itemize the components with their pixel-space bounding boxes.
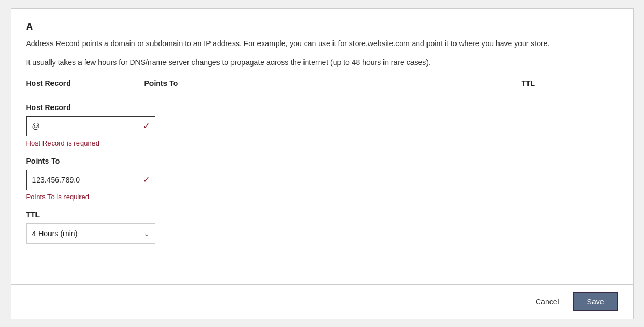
points-to-error: Points To is required (26, 193, 618, 201)
form-section: Host Record ✓ Host Record is required Po… (26, 92, 618, 259)
host-record-input[interactable] (26, 116, 155, 136)
host-record-label: Host Record (26, 103, 618, 112)
dialog-footer: Cancel Save (11, 284, 633, 319)
points-to-label: Points To (26, 157, 618, 165)
points-to-group: Points To ✓ Points To is required (26, 157, 618, 201)
column-host-record: Host Record (26, 79, 144, 88)
column-ttl: TTL (522, 79, 618, 88)
points-to-input[interactable] (26, 170, 155, 190)
cancel-button[interactable]: Cancel (528, 293, 567, 310)
points-to-input-wrapper: ✓ (26, 170, 155, 190)
ttl-label: TTL (26, 210, 618, 219)
ttl-group: TTL Automatic 1 Hour 2 Hours 4 Hours (mi… (26, 210, 618, 244)
host-record-input-wrapper: ✓ (26, 116, 155, 136)
column-points-to: Points To (144, 79, 522, 88)
ttl-select-wrapper: Automatic 1 Hour 2 Hours 4 Hours (min) 6… (26, 223, 155, 244)
save-button[interactable]: Save (573, 292, 618, 311)
host-record-group: Host Record ✓ Host Record is required (26, 103, 618, 147)
propagation-note: It usually takes a few hours for DNS/nam… (26, 57, 618, 68)
dns-record-dialog: A Address Record points a domain or subd… (11, 8, 634, 319)
table-header: Host Record Points To TTL (26, 79, 618, 92)
host-record-error: Host Record is required (26, 139, 618, 147)
ttl-select[interactable]: Automatic 1 Hour 2 Hours 4 Hours (min) 6… (26, 223, 155, 244)
dialog-body: A Address Record points a domain or subd… (11, 9, 633, 284)
record-type-title: A (26, 21, 618, 33)
description-text: Address Record points a domain or subdom… (26, 38, 618, 49)
